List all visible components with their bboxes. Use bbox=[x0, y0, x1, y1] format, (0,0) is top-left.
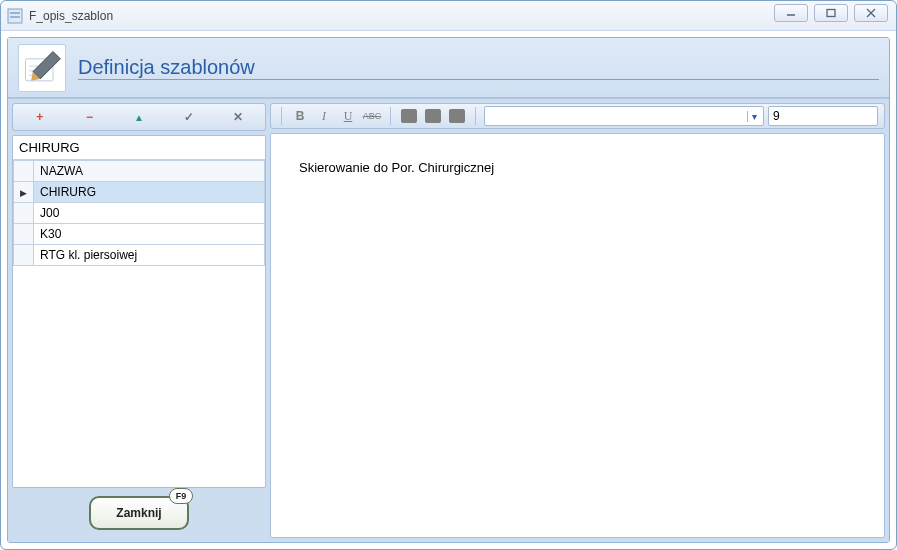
editor-toolbar: B I U ABC ▾ bbox=[270, 103, 885, 129]
row-indicator bbox=[14, 182, 34, 203]
cell-nazwa[interactable]: J00 bbox=[34, 203, 265, 224]
svg-rect-2 bbox=[10, 16, 20, 18]
page-title: Definicja szablonów bbox=[78, 56, 879, 80]
svg-rect-1 bbox=[10, 12, 20, 14]
app-window: F_opis_szablon bbox=[0, 0, 897, 550]
cancel-button[interactable]: ✕ bbox=[218, 106, 258, 128]
bold-button[interactable]: B bbox=[290, 107, 310, 125]
close-button-label: Zamknij bbox=[116, 506, 161, 520]
table-row[interactable]: CHIRURG bbox=[14, 182, 265, 203]
template-list: NAZWA CHIRURGJ00K30RTG kl. piersoiwej bbox=[12, 135, 266, 488]
filter-input[interactable] bbox=[13, 136, 265, 160]
remove-button[interactable]: − bbox=[69, 106, 109, 128]
page-header: Definicja szablonów bbox=[8, 38, 889, 98]
left-panel: + − ▲ ✓ ✕ N bbox=[12, 103, 266, 538]
column-header-nazwa[interactable]: NAZWA bbox=[34, 161, 265, 182]
up-button[interactable]: ▲ bbox=[119, 106, 159, 128]
right-panel: B I U ABC ▾ bbox=[270, 103, 885, 538]
cell-nazwa[interactable]: K30 bbox=[34, 224, 265, 245]
add-button[interactable]: + bbox=[20, 106, 60, 128]
cell-nazwa[interactable]: RTG kl. piersoiwej bbox=[34, 245, 265, 266]
strikethrough-button[interactable]: ABC bbox=[362, 107, 382, 125]
confirm-button[interactable]: ✓ bbox=[169, 106, 209, 128]
table-row[interactable]: K30 bbox=[14, 224, 265, 245]
table-row[interactable]: J00 bbox=[14, 203, 265, 224]
list-toolbar: + − ▲ ✓ ✕ bbox=[12, 103, 266, 131]
dropdown-icon: ▾ bbox=[747, 111, 761, 122]
template-grid[interactable]: NAZWA CHIRURGJ00K30RTG kl. piersoiwej bbox=[13, 160, 265, 266]
titlebar[interactable]: F_opis_szablon bbox=[1, 1, 896, 31]
underline-button[interactable]: U bbox=[338, 107, 358, 125]
font-size-input[interactable] bbox=[768, 106, 878, 126]
svg-rect-4 bbox=[827, 10, 835, 17]
row-indicator bbox=[14, 224, 34, 245]
row-indicator bbox=[14, 245, 34, 266]
close-shortcut-badge: F9 bbox=[169, 488, 193, 504]
editor-text: Skierowanie do Por. Chirurgicznej bbox=[299, 160, 494, 175]
font-family-combo[interactable]: ▾ bbox=[484, 106, 764, 126]
forecolor-button[interactable] bbox=[399, 107, 419, 125]
italic-button[interactable]: I bbox=[314, 107, 334, 125]
highlight-button[interactable] bbox=[447, 107, 467, 125]
minimize-button[interactable] bbox=[774, 4, 808, 22]
window-title: F_opis_szablon bbox=[29, 9, 113, 23]
editor-area[interactable]: Skierowanie do Por. Chirurgicznej bbox=[270, 133, 885, 538]
header-icon bbox=[18, 44, 66, 92]
table-row[interactable]: RTG kl. piersoiwej bbox=[14, 245, 265, 266]
backcolor-button[interactable] bbox=[423, 107, 443, 125]
close-dialog-button[interactable]: Zamknij F9 bbox=[89, 496, 189, 530]
maximize-button[interactable] bbox=[814, 4, 848, 22]
close-button[interactable] bbox=[854, 4, 888, 22]
row-indicator bbox=[14, 203, 34, 224]
app-icon bbox=[7, 8, 23, 24]
cell-nazwa[interactable]: CHIRURG bbox=[34, 182, 265, 203]
